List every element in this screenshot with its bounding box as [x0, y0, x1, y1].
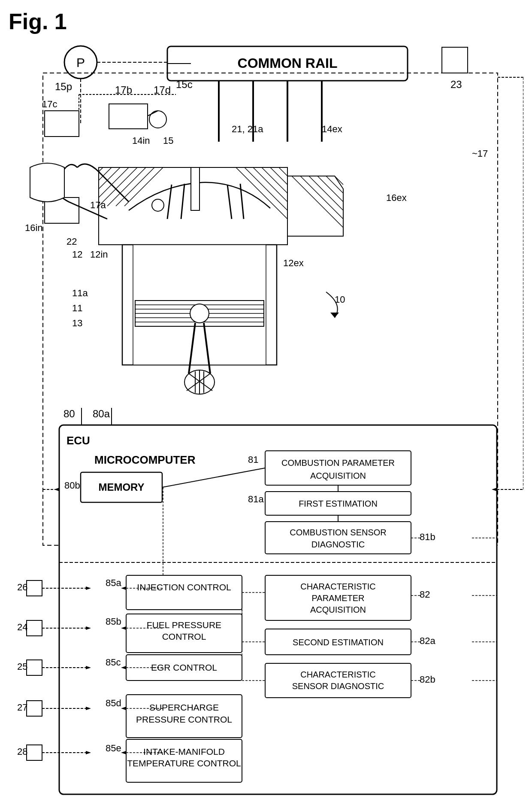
svg-text:17b: 17b [115, 84, 132, 96]
svg-text:13: 13 [72, 318, 82, 328]
svg-text:14in: 14in [132, 135, 150, 146]
svg-text:12in: 12in [90, 249, 108, 260]
svg-text:12ex: 12ex [283, 258, 304, 268]
svg-text:24: 24 [17, 622, 27, 632]
svg-line-28 [99, 167, 137, 206]
svg-text:CONTROL: CONTROL [162, 632, 206, 641]
svg-rect-57 [191, 167, 200, 210]
svg-text:85c: 85c [106, 657, 121, 668]
svg-text:82b: 82b [420, 674, 435, 685]
diagram-area: COMMON RAIL P 15p 17b 17d 15c 23 [9, 39, 523, 796]
svg-text:16ex: 16ex [386, 192, 407, 203]
svg-line-37 [279, 167, 287, 176]
svg-text:SENSOR DIAGNOSTIC: SENSOR DIAGNOSTIC [292, 681, 384, 691]
svg-rect-13 [45, 111, 79, 137]
svg-text:81b: 81b [420, 532, 435, 542]
svg-rect-127 [27, 701, 42, 716]
svg-text:ACQUISITION: ACQUISITION [310, 471, 366, 480]
svg-text:PRESSURE CONTROL: PRESSURE CONTROL [136, 714, 232, 724]
svg-text:23: 23 [450, 79, 462, 90]
svg-text:85e: 85e [106, 743, 121, 753]
svg-text:SECOND ESTIMATION: SECOND ESTIMATION [293, 638, 384, 647]
svg-text:80b: 80b [64, 480, 80, 491]
svg-rect-112 [27, 620, 42, 636]
svg-line-24 [99, 167, 103, 172]
svg-text:85a: 85a [106, 577, 121, 588]
svg-text:INJECTION CONTROL: INJECTION CONTROL [137, 582, 231, 592]
svg-rect-104 [27, 580, 42, 596]
svg-text:80a: 80a [93, 408, 110, 419]
svg-rect-190 [109, 104, 148, 129]
svg-text:COMMON RAIL: COMMON RAIL [238, 55, 338, 71]
svg-text:COMBUSTION PARAMETER: COMBUSTION PARAMETER [281, 458, 395, 468]
svg-text:FIRST ESTIMATION: FIRST ESTIMATION [299, 499, 378, 508]
svg-text:27: 27 [17, 702, 27, 713]
svg-point-58 [152, 199, 164, 211]
svg-text:ACQUISITION: ACQUISITION [310, 605, 366, 614]
svg-text:PARAMETER: PARAMETER [312, 593, 365, 603]
svg-text:11a: 11a [72, 288, 88, 298]
svg-point-46 [190, 304, 209, 323]
svg-text:P: P [76, 55, 85, 70]
fig-title: Fig. 1 [9, 9, 523, 34]
svg-text:22: 22 [66, 236, 77, 247]
svg-text:11: 11 [72, 303, 82, 313]
svg-text:CHARACTERISTIC: CHARACTERISTIC [300, 582, 376, 591]
svg-text:82: 82 [420, 589, 430, 600]
svg-text:85d: 85d [106, 698, 121, 708]
svg-rect-102 [126, 575, 242, 610]
svg-marker-77 [330, 313, 339, 318]
svg-marker-182 [54, 488, 59, 491]
svg-text:26: 26 [17, 582, 27, 592]
svg-text:15p: 15p [55, 81, 72, 92]
svg-text:81a: 81a [248, 494, 264, 504]
page-container: Fig. 1 COMMON RAIL P 15p 17b 17d 15c 23 [0, 0, 532, 796]
svg-text:MICROCOMPUTER: MICROCOMPUTER [94, 453, 196, 466]
svg-text:SUPERCHARGE: SUPERCHARGE [149, 702, 219, 712]
svg-text:16in: 16in [25, 222, 43, 233]
svg-text:ECU: ECU [66, 434, 90, 447]
svg-text:DIAGNOSTIC: DIAGNOSTIC [311, 540, 365, 549]
svg-text:82a: 82a [420, 635, 435, 646]
svg-text:81: 81 [248, 454, 258, 465]
svg-rect-9 [442, 47, 468, 73]
svg-rect-135 [27, 745, 42, 760]
svg-line-34 [253, 167, 287, 202]
svg-text:17c: 17c [42, 99, 57, 109]
svg-text:80: 80 [63, 408, 75, 419]
svg-text:85b: 85b [106, 616, 121, 627]
svg-text:MEMORY: MEMORY [98, 481, 144, 493]
svg-text:17d: 17d [154, 84, 171, 96]
svg-text:25: 25 [17, 661, 27, 672]
svg-text:28: 28 [17, 746, 27, 757]
diagram-svg: COMMON RAIL P 15p 17b 17d 15c 23 [9, 39, 523, 796]
svg-rect-149 [265, 663, 411, 698]
svg-text:INTAKE-MANIFOLD: INTAKE-MANIFOLD [143, 747, 225, 757]
svg-text:12: 12 [72, 249, 82, 260]
svg-text:15c: 15c [176, 79, 193, 90]
svg-text:15: 15 [163, 135, 173, 146]
svg-line-36 [270, 167, 287, 185]
svg-text:CHARACTERISTIC: CHARACTERISTIC [300, 670, 376, 679]
svg-line-26 [99, 167, 120, 189]
svg-text:14ex: 14ex [322, 124, 342, 134]
svg-text:21, 21a: 21, 21a [232, 124, 263, 134]
svg-line-27 [99, 167, 129, 197]
svg-rect-119 [27, 660, 42, 675]
svg-text:COMBUSTION SENSOR: COMBUSTION SENSOR [290, 528, 387, 537]
svg-text:~17: ~17 [472, 148, 488, 159]
svg-text:TEMPERATURE CONTROL: TEMPERATURE CONTROL [127, 758, 241, 768]
